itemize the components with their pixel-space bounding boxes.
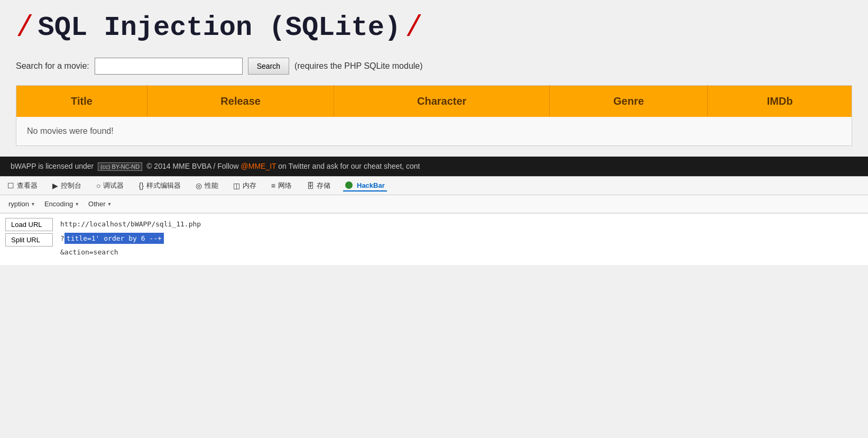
twitter-link[interactable]: @MME_IT xyxy=(241,162,276,170)
hackbar-side-buttons: Load URL Split URL xyxy=(5,218,53,247)
console-icon: ▶ xyxy=(52,181,58,190)
storage-icon: 🗄 xyxy=(307,181,314,190)
network-icon: ≡ xyxy=(271,181,275,190)
table-header: Title Release Character Genre IMDb xyxy=(16,86,852,117)
url-line-2[interactable]: ?title=1' order by 6 --+ xyxy=(58,232,863,245)
col-genre: Genre xyxy=(549,86,708,117)
other-label: Other xyxy=(88,200,106,208)
hackbar-main-row: Load URL Split URL http://localhost/bWAP… xyxy=(5,218,863,259)
footer-text-start: bWAPP is licensed under xyxy=(11,162,94,170)
encoding-menu-button[interactable]: Encoding ▼ xyxy=(41,198,82,209)
memory-icon: ◫ xyxy=(233,181,240,190)
chevron-down-icon-2: ▼ xyxy=(75,202,79,207)
search-row: Search for a movie: Search (requires the… xyxy=(16,58,852,75)
slash-right-icon: / xyxy=(405,11,423,44)
col-title: Title xyxy=(16,86,147,117)
url-line-3[interactable]: &action=search xyxy=(58,246,863,259)
search-label: Search for a movie: xyxy=(16,61,89,71)
devtools-bar: ☐ 查看器 ▶ 控制台 ○ 调试器 {} 样式编辑器 ◎ 性能 ◫ 内存 ≡ 网… xyxy=(0,176,868,195)
encoding-label: Encoding xyxy=(44,200,73,208)
url-selected-text[interactable]: title=1' order by 6 --+ xyxy=(64,233,164,244)
url-line-1[interactable]: http://localhost/bWAPP/sqli_11.php xyxy=(58,218,863,231)
movie-table: Title Release Character Genre IMDb No mo… xyxy=(16,85,852,146)
slash-left-icon: / xyxy=(16,11,34,44)
footer-year: © 2014 MME BVBA / Follow xyxy=(146,162,239,170)
hackbar-toolbar: ryption ▼ Encoding ▼ Other ▼ xyxy=(0,195,868,213)
footer-end: on Twitter and ask for our cheat sheet, … xyxy=(278,162,420,170)
devtools-performance[interactable]: ◎ 性能 xyxy=(193,180,220,191)
table-body: No movies were found! xyxy=(16,117,852,146)
search-note: (requires the PHP SQLite module) xyxy=(294,61,422,71)
devtools-inspector[interactable]: ☐ 查看器 xyxy=(5,180,40,191)
devtools-hackbar[interactable]: HackBar xyxy=(343,180,387,191)
page-title: / SQL Injection (SQLite) / xyxy=(16,11,852,44)
hackbar-icon xyxy=(345,181,353,189)
hackbar-url-lines: http://localhost/bWAPP/sqli_11.php ?titl… xyxy=(58,218,863,259)
license-badge: (cc) BY-NC-ND xyxy=(98,162,142,171)
network-label: 网络 xyxy=(278,181,292,190)
devtools-memory[interactable]: ◫ 内存 xyxy=(231,180,258,191)
memory-label: 内存 xyxy=(243,181,256,190)
col-character: Character xyxy=(334,86,549,117)
title-text: SQL Injection (SQLite) xyxy=(38,12,401,43)
debugger-label: 调试器 xyxy=(103,181,124,190)
devtools-console[interactable]: ▶ 控制台 xyxy=(50,180,84,191)
storage-label: 存储 xyxy=(317,181,330,190)
chevron-down-icon: ▼ xyxy=(31,202,35,207)
console-label: 控制台 xyxy=(61,181,81,190)
load-url-button[interactable]: Load URL xyxy=(5,218,53,231)
inspector-label: 查看器 xyxy=(17,181,38,190)
table-row-empty: No movies were found! xyxy=(16,117,852,146)
other-menu-button[interactable]: Other ▼ xyxy=(85,198,115,209)
hackbar-url-section: Load URL Split URL http://localhost/bWAP… xyxy=(0,213,868,265)
main-content: / SQL Injection (SQLite) / Search for a … xyxy=(0,0,868,157)
devtools-storage[interactable]: 🗄 存储 xyxy=(304,180,333,191)
devtools-debugger[interactable]: ○ 调试器 xyxy=(94,180,126,191)
style-editor-icon: {} xyxy=(138,181,143,190)
empty-message: No movies were found! xyxy=(16,117,852,146)
url-prefix: ? xyxy=(60,234,64,242)
encryption-label: ryption xyxy=(8,200,29,208)
devtools-style-editor[interactable]: {} 样式编辑器 xyxy=(136,180,182,191)
search-button[interactable]: Search xyxy=(248,58,289,75)
split-url-button[interactable]: Split URL xyxy=(5,233,53,247)
footer-bar: bWAPP is licensed under (cc) BY-NC-ND © … xyxy=(0,157,868,176)
style-editor-label: 样式编辑器 xyxy=(146,181,181,190)
performance-label: 性能 xyxy=(205,181,218,190)
hackbar-label: HackBar xyxy=(357,181,385,189)
col-imdb: IMDb xyxy=(708,86,852,117)
chevron-down-icon-3: ▼ xyxy=(107,202,112,207)
col-release: Release xyxy=(147,86,334,117)
inspector-icon: ☐ xyxy=(7,181,14,190)
devtools-network[interactable]: ≡ 网络 xyxy=(269,180,294,191)
performance-icon: ◎ xyxy=(196,181,202,190)
debugger-icon: ○ xyxy=(96,181,100,190)
encryption-menu-button[interactable]: ryption ▼ xyxy=(5,198,39,209)
search-input[interactable] xyxy=(95,58,243,75)
